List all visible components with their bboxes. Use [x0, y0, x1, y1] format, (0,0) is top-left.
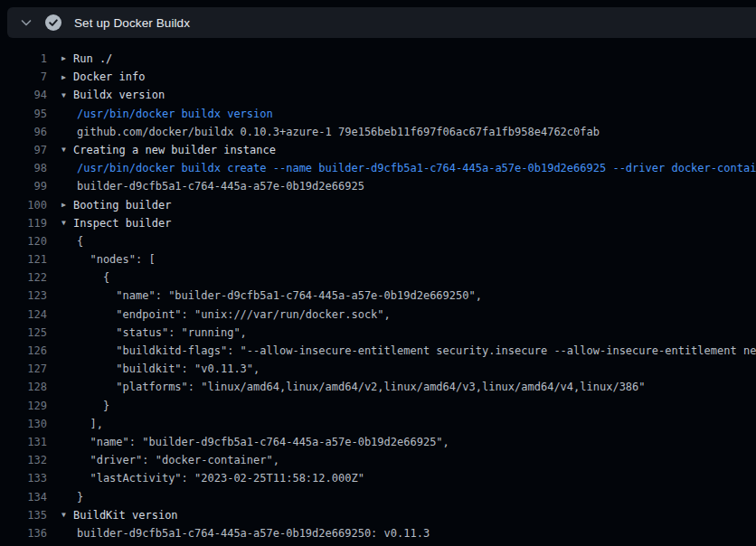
- group-header[interactable]: ▼BuildKit version: [61, 506, 178, 524]
- line-number[interactable]: 124: [0, 306, 47, 324]
- chevron-down-icon[interactable]: ▼: [61, 506, 73, 524]
- log-line: 134}: [0, 488, 756, 506]
- output-text: }: [61, 397, 109, 415]
- output-text: "lastActivity": "2023-02-25T11:58:12.000…: [61, 469, 364, 487]
- line-number[interactable]: 134: [0, 488, 47, 506]
- line-number[interactable]: 97: [0, 141, 47, 159]
- group-header[interactable]: ▼Inspect builder: [61, 214, 171, 232]
- output-text: github.com/docker/buildx 0.10.3+azure-1 …: [61, 123, 600, 141]
- log-line: 95/usr/bin/docker buildx version: [0, 105, 756, 123]
- chevron-down-icon[interactable]: ▼: [61, 214, 73, 232]
- log-line: 97▼Creating a new builder instance: [0, 141, 756, 159]
- line-number[interactable]: 1: [0, 50, 47, 68]
- log-line: 125 "status": "running",: [0, 324, 756, 342]
- log-line: 128 "platforms": "linux/amd64,linux/amd6…: [0, 378, 756, 396]
- group-title: Buildx version: [73, 89, 165, 101]
- chevron-right-icon[interactable]: ▶: [61, 69, 73, 87]
- output-text: "buildkit": "v0.11.3",: [61, 360, 260, 378]
- output-text: "status": "running",: [61, 324, 247, 342]
- output-text: {: [61, 268, 109, 287]
- line-number[interactable]: 122: [0, 268, 47, 287]
- log-container: 1▶Run ./7▶Docker info94▼Buildx version95…: [0, 38, 756, 546]
- line-number[interactable]: 132: [0, 451, 47, 469]
- command-text: /usr/bin/docker buildx create --name bui…: [61, 159, 756, 177]
- line-number[interactable]: 7: [0, 68, 47, 86]
- log-line: 100▶Booting builder: [0, 196, 756, 214]
- chevron-right-icon[interactable]: ▶: [61, 50, 73, 68]
- line-number[interactable]: 133: [0, 469, 47, 487]
- line-number[interactable]: 130: [0, 415, 47, 433]
- line-number[interactable]: 99: [0, 177, 47, 195]
- chevron-down-icon[interactable]: ▼: [61, 87, 73, 105]
- output-text: "endpoint": "unix:///var/run/docker.sock…: [61, 306, 391, 324]
- chevron-down-icon[interactable]: [19, 15, 33, 30]
- log-line: 135▼BuildKit version: [0, 506, 756, 524]
- log-line: 133 "lastActivity": "2023-02-25T11:58:12…: [0, 469, 756, 487]
- log-line: 129 }: [0, 397, 756, 415]
- line-number[interactable]: 129: [0, 397, 47, 415]
- line-number[interactable]: 119: [0, 214, 47, 232]
- line-number[interactable]: 98: [0, 159, 47, 177]
- log-line: 126 "buildkitd-flags": "--allow-insecure…: [0, 342, 756, 360]
- line-number[interactable]: 128: [0, 378, 47, 396]
- log-line: 1▶Run ./: [0, 50, 756, 68]
- step-title: Set up Docker Buildx: [74, 16, 190, 30]
- log-line: 130 ],: [0, 415, 756, 433]
- log-line: 94▼Buildx version: [0, 86, 756, 104]
- line-number[interactable]: 95: [0, 105, 47, 123]
- output-text: "name": "builder-d9cfb5a1-c764-445a-a57e…: [61, 433, 449, 451]
- line-number[interactable]: 136: [0, 524, 47, 542]
- log-line: 98/usr/bin/docker buildx create --name b…: [0, 159, 756, 177]
- log-line: 124 "endpoint": "unix:///var/run/docker.…: [0, 306, 756, 324]
- log-line: 96github.com/docker/buildx 0.10.3+azure-…: [0, 123, 756, 141]
- group-header[interactable]: ▶Docker info: [61, 68, 145, 86]
- output-text: builder-d9cfb5a1-c764-445a-a57e-0b19d2e6…: [61, 177, 364, 195]
- line-number[interactable]: 135: [0, 506, 47, 524]
- chevron-right-icon[interactable]: ▶: [61, 196, 73, 214]
- output-text: "nodes": [: [61, 250, 156, 268]
- log-line: 123 "name": "builder-d9cfb5a1-c764-445a-…: [0, 287, 756, 305]
- group-title: Docker info: [73, 71, 145, 83]
- group-title: Booting builder: [73, 199, 171, 212]
- line-number[interactable]: 120: [0, 232, 47, 250]
- log-line: 122 {: [0, 268, 756, 287]
- output-text: ],: [61, 415, 103, 433]
- log-line: 7▶Docker info: [0, 68, 756, 86]
- actions-log-viewer: Set up Docker Buildx 1▶Run ./7▶Docker in…: [0, 0, 756, 546]
- group-title: Run ./: [73, 52, 112, 65]
- group-header[interactable]: ▼Buildx version: [61, 86, 165, 104]
- output-text: "platforms": "linux/amd64,linux/amd64/v2…: [61, 378, 646, 396]
- output-text: "buildkitd-flags": "--allow-insecure-ent…: [61, 342, 756, 360]
- group-header[interactable]: ▶Run ./: [61, 50, 112, 68]
- log-line: 127 "buildkit": "v0.11.3",: [0, 360, 756, 378]
- group-title: Creating a new builder instance: [73, 144, 276, 156]
- line-number[interactable]: 125: [0, 324, 47, 342]
- chevron-down-icon[interactable]: ▼: [61, 141, 73, 159]
- log-line: 121 "nodes": [: [0, 250, 756, 268]
- line-number[interactable]: 126: [0, 342, 47, 360]
- step-header[interactable]: Set up Docker Buildx: [7, 7, 756, 38]
- group-header[interactable]: ▼Creating a new builder instance: [61, 141, 276, 159]
- group-title: BuildKit version: [73, 509, 178, 522]
- group-title: Inspect builder: [73, 217, 171, 230]
- line-number[interactable]: 96: [0, 123, 47, 141]
- line-number[interactable]: 131: [0, 433, 47, 451]
- log-line: 119▼Inspect builder: [0, 214, 756, 232]
- line-number[interactable]: 94: [0, 86, 47, 104]
- log-line: 136builder-d9cfb5a1-c764-445a-a57e-0b19d…: [0, 524, 756, 542]
- group-header[interactable]: ▶Booting builder: [61, 196, 171, 214]
- line-number[interactable]: 127: [0, 360, 47, 378]
- status-check-icon: [45, 14, 61, 31]
- output-text: {: [61, 232, 83, 250]
- output-text: "name": "builder-d9cfb5a1-c764-445a-a57e…: [61, 287, 482, 305]
- log-line: 120{: [0, 232, 756, 250]
- output-text: "driver": "docker-container",: [61, 451, 279, 469]
- line-number[interactable]: 100: [0, 196, 47, 214]
- log-line: 132 "driver": "docker-container",: [0, 451, 756, 469]
- line-number[interactable]: 123: [0, 287, 47, 305]
- line-number[interactable]: 121: [0, 250, 47, 268]
- log-line: 131 "name": "builder-d9cfb5a1-c764-445a-…: [0, 433, 756, 451]
- log-line: 99builder-d9cfb5a1-c764-445a-a57e-0b19d2…: [0, 177, 756, 195]
- output-text: builder-d9cfb5a1-c764-445a-a57e-0b19d2e6…: [61, 524, 430, 542]
- command-text: /usr/bin/docker buildx version: [61, 105, 273, 123]
